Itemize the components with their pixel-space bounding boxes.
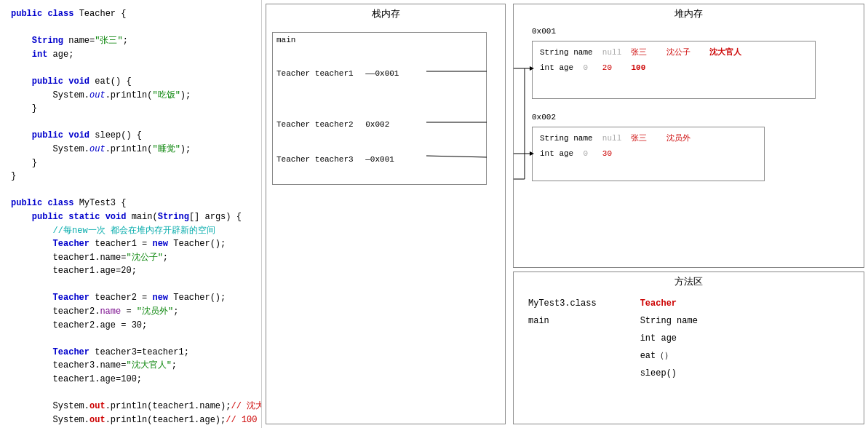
right-area: 堆内存 0x001 String name null 张三 沈公子 沈大官人 i…	[509, 0, 868, 428]
code-line	[11, 116, 250, 130]
mytest3-class-label: MyTest3.class	[528, 295, 597, 312]
code-line	[11, 332, 250, 346]
code-line: System.out.println(teacher1.age);// 100	[11, 413, 250, 427]
code-line: public class Teacher {	[11, 7, 250, 21]
code-line: }	[11, 170, 250, 183]
teacher1-arrow: ——0x001	[365, 69, 399, 78]
code-line	[11, 183, 250, 197]
code-line: teacher1.age=20;	[11, 264, 250, 278]
code-line: System.out.println("睡觉");	[11, 143, 250, 156]
code-line: public void eat() {	[11, 75, 250, 89]
code-line: teacher3.name="沈大官人";	[11, 359, 250, 373]
teacher3-arrow: —0x001	[365, 155, 394, 164]
method-panel: 方法区 MyTest3.class main Teacher String na…	[513, 272, 864, 424]
teacher2-row: Teacher teacher2 0x002	[276, 120, 473, 129]
teacher3-decl: Teacher teacher3	[276, 155, 354, 164]
method-panel-title: 方法区	[514, 272, 864, 291]
sleep-method-label: sleep()	[640, 365, 698, 382]
code-line: }	[11, 156, 250, 170]
code-line	[11, 61, 250, 75]
teacher1-row: Teacher teacher1 ——0x001	[276, 69, 473, 78]
eat-method-label: eat（）	[640, 347, 698, 365]
heap-obj-0x001-field2: int age 0 20 100	[540, 60, 808, 76]
heap-obj-0x001: String name null 张三 沈公子 沈大官人 int age 0 2…	[532, 41, 816, 99]
heap-obj-0x001-field1: String name null 张三 沈公子 沈大官人	[540, 45, 808, 60]
code-line: Teacher teacher2 = new Teacher();	[11, 291, 250, 305]
teacher3-row: Teacher teacher3 —0x001	[276, 155, 473, 164]
code-line	[11, 21, 250, 35]
code-line: public class MyTest3 {	[11, 197, 250, 210]
code-line: int age;	[11, 48, 250, 62]
stack-panel: 栈内存 main Teacher teacher1 ——0x001 Teache…	[266, 4, 506, 424]
main-method-label: main	[528, 312, 597, 330]
heap-panel: 堆内存 0x001 String name null 张三 沈公子 沈大官人 i…	[513, 4, 864, 268]
addr-0x001-label: 0x001	[532, 26, 556, 36]
stack-panel-title: 栈内存	[266, 4, 505, 23]
heap-obj-0x002-field2: int age 0 30	[540, 146, 757, 162]
code-line: Teacher teacher3=teacher1;	[11, 346, 250, 360]
method-panel-left: MyTest3.class main	[528, 295, 597, 382]
string-name-label: String name	[640, 312, 698, 330]
code-line: teacher1.age=100;	[11, 373, 250, 387]
code-line: //每new一次 都会在堆内存开辟新的空间	[11, 224, 250, 238]
code-line: String name="张三";	[11, 34, 250, 48]
code-panel: public class Teacher { String name="张三";…	[0, 0, 262, 428]
code-line: teacher2.age = 30;	[11, 319, 250, 333]
code-line: System.out.println("吃饭");	[11, 89, 250, 103]
code-line: public void sleep() {	[11, 129, 250, 143]
teacher2-arrow: 0x002	[365, 120, 389, 129]
heap-panel-title: 堆内存	[514, 4, 864, 23]
int-age-label: int age	[640, 330, 698, 347]
code-line: }	[11, 102, 250, 116]
main-label: main	[276, 36, 295, 44]
heap-obj-0x002: String name null 张三 沈员外 int age 0 30	[532, 127, 765, 181]
heap-obj-0x002-field1: String name null 张三 沈员外	[540, 131, 757, 146]
code-line: teacher2.name = "沈员外";	[11, 305, 250, 319]
code-line: teacher1.name="沈公子";	[11, 251, 250, 265]
method-panel-right: Teacher String name int age eat（） sleep(…	[640, 295, 698, 382]
code-line: System.out.println(teacher1.name);// 沈大官…	[11, 400, 250, 413]
code-line	[11, 278, 250, 292]
addr-0x002-label: 0x002	[532, 112, 556, 122]
code-line: Teacher teacher1 = new Teacher();	[11, 237, 250, 251]
teacher2-decl: Teacher teacher2	[276, 120, 354, 129]
code-line: public static void main(String[] args) {	[11, 210, 250, 224]
teacher-class-label: Teacher	[640, 295, 698, 312]
teacher1-decl: Teacher teacher1	[276, 69, 354, 78]
method-panel-content: MyTest3.class main Teacher String name i…	[514, 291, 864, 386]
main-frame: main Teacher teacher1 ——0x001 Teacher te…	[272, 32, 487, 185]
code-line	[11, 387, 250, 400]
